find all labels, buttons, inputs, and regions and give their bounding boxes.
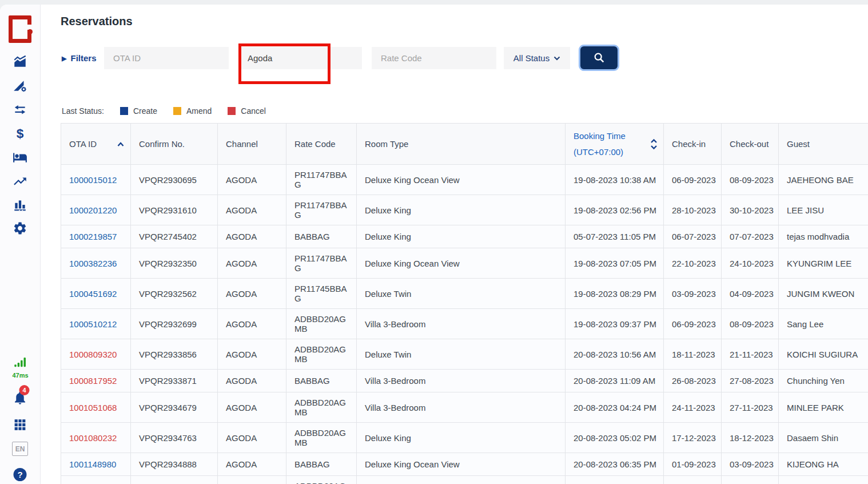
cell-ota-id[interactable]: 1000015012 xyxy=(61,165,131,195)
rate-code-input[interactable] xyxy=(372,47,496,69)
cell-guest: KOICHI SUGIURA xyxy=(779,339,868,370)
cell-rate-code: PR11747BBAG xyxy=(286,195,357,225)
cell-room-type: Villa 3-Bedroom xyxy=(357,309,566,339)
cell-ota-id[interactable]: 1000201220 xyxy=(61,195,131,225)
sidebar-item-trends[interactable] xyxy=(13,174,27,191)
cell-channel: AGODA xyxy=(218,195,286,225)
cell-room-type: Deluxe King xyxy=(357,476,566,484)
apps-menu-button[interactable] xyxy=(13,418,27,434)
cell-ota-id[interactable]: 1001080232 xyxy=(61,423,131,453)
cell-confirm-no: VPQR2931610 xyxy=(131,195,218,225)
cell-ota-id[interactable]: 1000451692 xyxy=(61,279,131,309)
language-switcher[interactable]: EN xyxy=(12,442,28,456)
cell-check-in: 22-10-2023 xyxy=(664,476,722,484)
table-row: 1000219857VPQR2745402AGODABABBAGDeluxe K… xyxy=(61,225,868,248)
cell-booking-time: 19-08-2023 02:56 PM xyxy=(566,195,664,225)
cell-room-type: Deluxe King xyxy=(357,423,566,453)
cell-confirm-no: VPQR2934888 xyxy=(131,453,218,476)
cell-channel: AGODA xyxy=(218,248,286,279)
cell-rate-code: ADBBD20AGMB xyxy=(286,392,357,423)
cell-channel: AGODA xyxy=(218,453,286,476)
cell-booking-time: 19-08-2023 07:05 PM xyxy=(566,248,664,279)
cell-channel: AGODA xyxy=(218,165,286,195)
cell-rate-code: BABBAG xyxy=(286,370,357,392)
cell-rate-code: BABBAG xyxy=(286,225,357,248)
cell-confirm-no: VPQR2933871 xyxy=(131,370,218,392)
header-check-out[interactable]: Check-out xyxy=(722,124,779,165)
sidebar-item-dashboard[interactable] xyxy=(13,54,27,72)
sidebar-item-billing[interactable]: $ xyxy=(13,126,27,143)
cell-ota-id[interactable]: 1000809320 xyxy=(61,339,131,370)
cell-guest: Sang Lee xyxy=(779,309,868,339)
cell-check-out: 24-10-2023 xyxy=(722,476,779,484)
cell-ota-id[interactable]: 1001152380 xyxy=(61,476,131,484)
app-logo[interactable] xyxy=(9,15,31,43)
cell-rate-code: BABBAG xyxy=(286,453,357,476)
ota-id-input[interactable] xyxy=(104,47,229,69)
cell-ota-id[interactable]: 1001148980 xyxy=(61,453,131,476)
notifications-button[interactable]: 4 xyxy=(13,390,28,408)
main-content: Reservations ▶Filters All Status Last St… xyxy=(41,5,868,484)
status-dropdown[interactable]: All Status xyxy=(504,47,570,69)
swap-arrows-icon xyxy=(13,102,27,117)
cell-check-out: 08-09-2023 xyxy=(722,309,779,339)
cell-room-type: Deluxe King Ocean View xyxy=(357,248,566,279)
sidebar-item-reports[interactable] xyxy=(13,197,27,215)
cell-check-in: 17-12-2023 xyxy=(664,423,722,453)
cell-ota-id[interactable]: 1000817952 xyxy=(61,370,131,392)
table-header-row: OTA ID Confirm No. Channel Rate Code Roo… xyxy=(61,124,868,165)
cell-booking-time: 19-08-2023 09:37 PM xyxy=(566,309,664,339)
sort-both-icon xyxy=(650,138,658,150)
cell-ota-id[interactable]: 1000219857 xyxy=(61,225,131,248)
last-status-legend: Last Status: Create Amend Cancel xyxy=(62,106,266,116)
cell-guest: LEE JISU xyxy=(779,195,868,225)
header-rate-code[interactable]: Rate Code xyxy=(286,124,357,165)
channel-input[interactable] xyxy=(238,47,362,69)
header-confirm-no[interactable]: Confirm No. xyxy=(131,124,218,165)
cell-ota-id[interactable]: 1000382236 xyxy=(61,248,131,279)
cell-guest: MINLEE PARK xyxy=(779,392,868,423)
header-guest[interactable]: Guest xyxy=(779,124,868,165)
sidebar-item-data-settings[interactable] xyxy=(13,78,27,96)
cell-check-out: 18-12-2023 xyxy=(722,423,779,453)
cell-rate-code: PR11747BBAG xyxy=(286,165,357,195)
search-button[interactable] xyxy=(579,45,619,71)
header-ota-id[interactable]: OTA ID xyxy=(61,124,131,165)
cell-booking-time: 20-08-2023 05:02 PM xyxy=(566,423,664,453)
header-check-in[interactable]: Check-in xyxy=(664,124,722,165)
cell-guest: YOONKYUNG LEE xyxy=(779,476,868,484)
header-room-type[interactable]: Room Type xyxy=(357,124,566,165)
latency-indicator xyxy=(13,355,27,372)
sidebar-item-settings[interactable] xyxy=(13,221,27,238)
header-booking-time-line1: Booking Time xyxy=(574,131,626,141)
cell-channel: AGODA xyxy=(218,225,286,248)
logo-dot xyxy=(27,29,33,34)
cell-ota-id[interactable]: 1001051068 xyxy=(61,392,131,423)
trending-up-icon xyxy=(13,174,27,189)
bar-chart-icon xyxy=(13,197,27,212)
sidebar-item-rooms[interactable] xyxy=(13,150,27,167)
cell-guest: tejas modhvadia xyxy=(779,225,868,248)
cell-booking-time: 20-08-2023 06:35 PM xyxy=(566,453,664,476)
help-button[interactable]: ? xyxy=(14,468,27,481)
cell-confirm-no: VPQR2934763 xyxy=(131,423,218,453)
cell-channel: AGODA xyxy=(218,309,286,339)
sort-asc-icon xyxy=(117,141,125,147)
signal-bars-icon xyxy=(13,355,27,370)
sidebar-item-transactions[interactable] xyxy=(13,102,27,120)
cell-booking-time: 05-07-2023 11:05 PM xyxy=(566,225,664,248)
cell-check-out: 24-10-2023 xyxy=(722,248,779,279)
header-channel[interactable]: Channel xyxy=(218,124,286,165)
cell-channel: AGODA xyxy=(218,423,286,453)
cell-ota-id[interactable]: 1000510212 xyxy=(61,309,131,339)
cell-check-in: 28-10-2023 xyxy=(664,195,722,225)
filters-toggle[interactable]: ▶Filters xyxy=(62,47,96,69)
cell-check-out: 07-07-2023 xyxy=(722,225,779,248)
table-row: 1000809320VPQR2933856AGODAADBBD20AGMBDel… xyxy=(61,339,868,370)
apps-grid-icon xyxy=(13,418,27,432)
cell-check-in: 18-11-2023 xyxy=(664,339,722,370)
cell-confirm-no: VPQR2934679 xyxy=(131,392,218,423)
cell-check-in: 22-10-2023 xyxy=(664,248,722,279)
header-booking-time[interactable]: Booking Time (UTC+07:00) xyxy=(566,124,664,165)
cell-room-type: Deluxe King Ocean View xyxy=(357,165,566,195)
